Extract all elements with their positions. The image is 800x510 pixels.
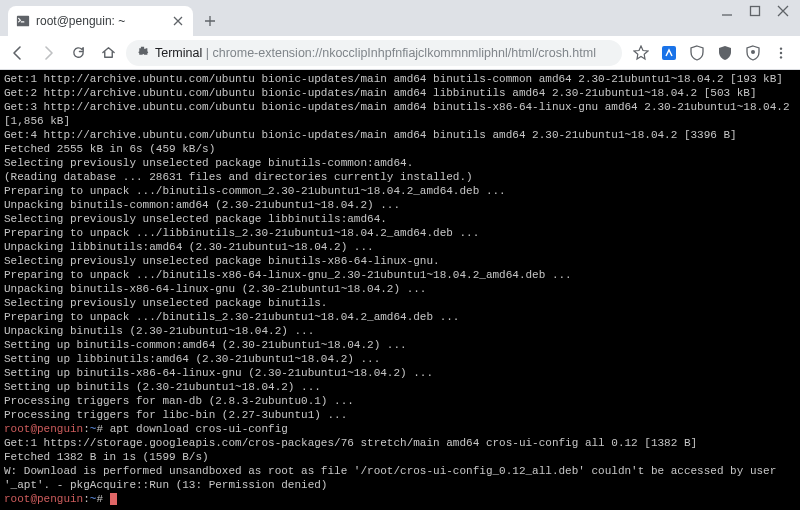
svg-point-3 <box>751 50 755 54</box>
window-minimize-icon[interactable] <box>720 4 734 18</box>
extension-blue-icon[interactable] <box>660 44 678 62</box>
titlebar: root@penguin: ~ <box>0 0 800 36</box>
extension-shield-3-icon[interactable] <box>744 44 762 62</box>
nav-forward-button[interactable] <box>36 41 60 65</box>
extension-shield-1-icon[interactable] <box>688 44 706 62</box>
terminal-favicon <box>16 14 30 28</box>
window-maximize-icon[interactable] <box>748 4 762 18</box>
svg-point-6 <box>780 56 782 58</box>
extension-icons <box>628 44 794 62</box>
nav-reload-button[interactable] <box>66 41 90 65</box>
new-tab-button[interactable] <box>197 8 223 34</box>
svg-point-4 <box>780 47 782 49</box>
tab-title: root@penguin: ~ <box>36 14 165 28</box>
omnibox-text: Terminal | chrome-extension://nkocclipIn… <box>155 46 596 60</box>
tab-close-icon[interactable] <box>171 14 185 28</box>
svg-rect-2 <box>662 46 676 60</box>
bookmark-star-icon[interactable] <box>632 44 650 62</box>
chrome-menu-icon[interactable] <box>772 44 790 62</box>
browser-toolbar: Terminal | chrome-extension://nkocclipIn… <box>0 36 800 70</box>
terminal-cursor <box>110 493 117 505</box>
window-controls <box>720 0 800 18</box>
terminal-output[interactable]: Get:1 http://archive.ubuntu.com/ubuntu b… <box>0 70 800 510</box>
svg-rect-1 <box>751 7 760 16</box>
browser-tab[interactable]: root@penguin: ~ <box>8 6 193 36</box>
svg-point-5 <box>780 51 782 53</box>
window-close-icon[interactable] <box>776 4 790 18</box>
nav-home-button[interactable] <box>96 41 120 65</box>
extension-shield-2-icon[interactable] <box>716 44 734 62</box>
omnibox[interactable]: Terminal | chrome-extension://nkocclipIn… <box>126 40 622 66</box>
extension-puzzle-icon <box>136 45 149 61</box>
nav-back-button[interactable] <box>6 41 30 65</box>
